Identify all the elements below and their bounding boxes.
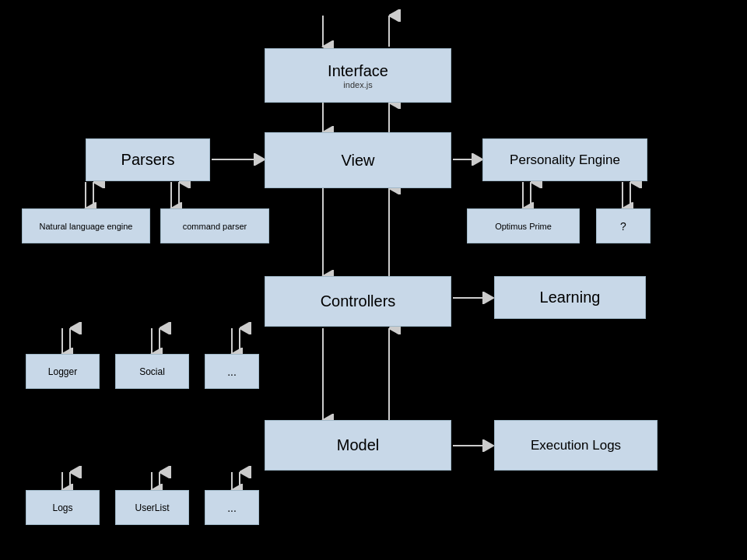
- execution-box: Execution Logs: [494, 420, 658, 471]
- interface-label: Interface: [328, 62, 388, 80]
- view-label: View: [342, 152, 375, 170]
- personality-box: Personality Engine: [482, 138, 647, 181]
- model-box: Model: [265, 420, 451, 471]
- model-label: Model: [337, 436, 379, 454]
- optimus-box: Optimus Prime: [467, 208, 580, 243]
- dots1-box: ...: [205, 354, 259, 389]
- personality-label: Personality Engine: [510, 152, 620, 168]
- unknown-label: ?: [620, 220, 626, 233]
- learning-box: Learning: [494, 276, 646, 319]
- learning-label: Learning: [540, 289, 601, 306]
- social-box: Social: [115, 354, 189, 389]
- controllers-box: Controllers: [265, 276, 451, 327]
- logger-box: Logger: [26, 354, 100, 389]
- logs-label: Logs: [52, 502, 72, 513]
- execution-label: Execution Logs: [531, 438, 621, 453]
- unknown-box: ?: [596, 208, 651, 243]
- userlist-label: UserList: [135, 502, 169, 513]
- nlengine-label: Natural language engine: [40, 222, 133, 231]
- logger-label: Logger: [48, 366, 77, 377]
- dots2-box: ...: [205, 490, 259, 525]
- optimus-label: Optimus Prime: [495, 222, 552, 231]
- dots1-label: ...: [227, 366, 237, 378]
- logs-box: Logs: [26, 490, 100, 525]
- controllers-label: Controllers: [321, 292, 396, 310]
- interface-sublabel: index.js: [343, 80, 372, 89]
- cmdparser-label: command parser: [183, 222, 247, 231]
- parsers-box: Parsers: [86, 138, 210, 181]
- parsers-label: Parsers: [121, 151, 175, 169]
- cmdparser-box: command parser: [160, 208, 269, 243]
- view-box: View: [265, 132, 451, 188]
- interface-box: Interface index.js: [265, 48, 451, 103]
- userlist-box: UserList: [115, 490, 189, 525]
- nlengine-box: Natural language engine: [22, 208, 150, 243]
- social-label: Social: [139, 366, 165, 377]
- dots2-label: ...: [227, 502, 237, 514]
- diagram: Interface index.js View Parsers Personal…: [0, 0, 747, 560]
